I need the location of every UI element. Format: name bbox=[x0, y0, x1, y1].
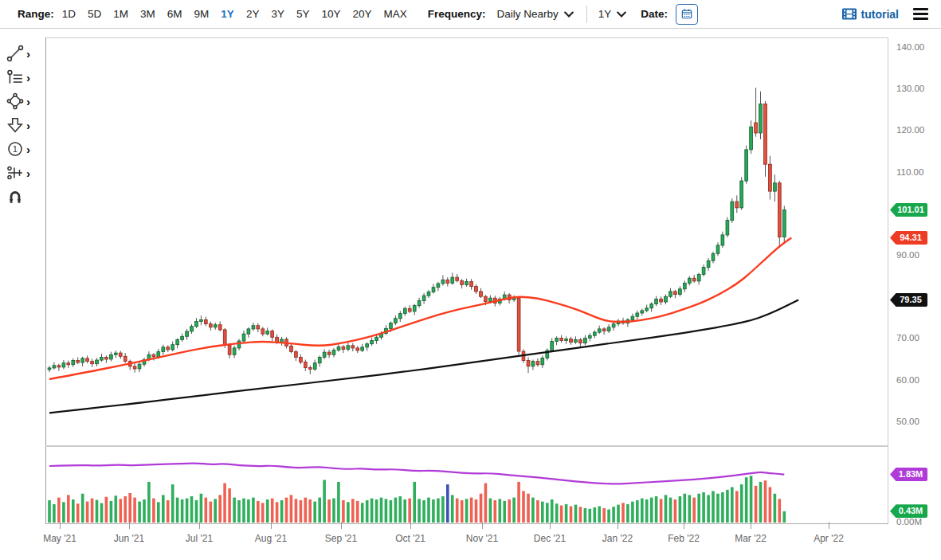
time-axis-tick bbox=[684, 522, 684, 529]
measure-tool[interactable]: › bbox=[6, 161, 43, 185]
open-interest-line bbox=[49, 464, 784, 484]
time-axis-label: Oct '21 bbox=[395, 533, 425, 544]
time-axis-tick bbox=[271, 522, 272, 529]
range-option-1y[interactable]: 1Y bbox=[221, 8, 234, 20]
top-toolbar: Range: 1D5D1M3M6M9M1Y2Y3Y5Y10Y20YMAX Fre… bbox=[0, 0, 941, 29]
volume-bars-layer bbox=[48, 476, 786, 523]
arrow-down-icon bbox=[6, 116, 24, 134]
time-axis-tick bbox=[60, 522, 61, 529]
frequency-dropdown[interactable]: Daily Nearby bbox=[494, 6, 577, 22]
trend-line-icon bbox=[6, 45, 24, 62]
submenu-caret-icon[interactable]: › bbox=[26, 72, 30, 84]
period-value: 1Y bbox=[598, 8, 612, 20]
trend-line-tool[interactable]: › bbox=[6, 41, 43, 65]
film-icon bbox=[842, 8, 857, 20]
polygon-shape-icon bbox=[6, 92, 24, 110]
price-chart[interactable] bbox=[45, 37, 888, 524]
chevron-down-icon bbox=[564, 11, 574, 18]
measure-icon bbox=[6, 164, 24, 182]
range-option-1d[interactable]: 1D bbox=[62, 8, 76, 20]
volume-axis-label: 0.00M bbox=[896, 517, 922, 527]
time-axis-label: Nov '21 bbox=[466, 533, 498, 544]
menu-button[interactable] bbox=[912, 6, 930, 22]
range-option-2y[interactable]: 2Y bbox=[246, 8, 260, 20]
price-axis-label: 120.00 bbox=[896, 125, 924, 135]
time-axis-tick bbox=[618, 522, 618, 529]
range-option-1m[interactable]: 1M bbox=[113, 8, 128, 20]
time-axis-tick bbox=[341, 522, 342, 529]
tutorial-link[interactable]: tutorial bbox=[842, 8, 899, 21]
circled-number-icon: 1 bbox=[6, 140, 24, 158]
last-price-badge: 101.01 bbox=[890, 203, 927, 217]
time-axis-label: Sep '21 bbox=[325, 533, 357, 544]
candles-layer bbox=[48, 88, 786, 374]
submenu-caret-icon[interactable]: › bbox=[26, 48, 30, 60]
shapes-tool[interactable]: › bbox=[6, 89, 43, 113]
frequency-label: Frequency: bbox=[428, 8, 486, 20]
time-axis-label: Jul '21 bbox=[186, 533, 213, 544]
price-axis-label: 110.00 bbox=[896, 167, 923, 177]
submenu-caret-icon[interactable]: › bbox=[26, 96, 30, 108]
submenu-caret-icon[interactable]: › bbox=[26, 167, 30, 179]
range-option-max[interactable]: MAX bbox=[383, 8, 406, 20]
open-interest-badge: 1.83M bbox=[890, 468, 927, 481]
last-volume-badge: 0.43M bbox=[890, 504, 927, 518]
price-axis-label: 140.00 bbox=[896, 42, 924, 52]
submenu-caret-icon[interactable]: › bbox=[26, 119, 30, 131]
number-marker-tool[interactable]: 1› bbox=[6, 137, 43, 161]
range-label: Range: bbox=[18, 8, 54, 20]
arrow-marker-tool[interactable]: › bbox=[6, 113, 43, 137]
time-axis-label: Feb '22 bbox=[668, 533, 700, 544]
chart-application: Range: 1D5D1M3M6M9M1Y2Y3Y5Y10Y20YMAX Fre… bbox=[0, 0, 941, 560]
price-axis-label: 60.00 bbox=[896, 375, 919, 385]
range-option-20y[interactable]: 20Y bbox=[352, 8, 371, 20]
time-axis-tick bbox=[410, 522, 411, 529]
time-axis-label: May '21 bbox=[43, 533, 76, 544]
time-axis-tick bbox=[482, 522, 483, 529]
annotation-list-icon bbox=[6, 69, 24, 86]
tutorial-label: tutorial bbox=[861, 8, 899, 21]
date-label: Date: bbox=[641, 8, 668, 20]
chevron-down-icon bbox=[617, 11, 626, 18]
drawing-tools-sidebar: ››››1›› bbox=[6, 41, 43, 209]
frequency-value: Daily Nearby bbox=[497, 8, 559, 20]
svg-text:1: 1 bbox=[13, 145, 18, 154]
date-picker-button[interactable] bbox=[676, 4, 698, 25]
price-axis-label: 50.00 bbox=[896, 417, 919, 426]
time-axis-label: Jun '21 bbox=[114, 533, 144, 544]
range-option-3y[interactable]: 3Y bbox=[271, 8, 284, 20]
range-option-9m[interactable]: 9M bbox=[194, 8, 210, 20]
range-selector: 1D5D1M3M6M9M1Y2Y3Y5Y10Y20YMAX bbox=[62, 8, 407, 20]
ma-fast-line bbox=[49, 238, 791, 380]
time-axis-tick bbox=[550, 522, 551, 529]
range-option-3m[interactable]: 3M bbox=[140, 8, 155, 20]
menu-icon bbox=[913, 8, 928, 10]
ma-slow-badge: 79.35 bbox=[890, 293, 927, 307]
toolbar-divider bbox=[586, 6, 587, 23]
range-option-10y[interactable]: 10Y bbox=[321, 8, 340, 20]
magnet-icon bbox=[6, 188, 24, 206]
range-option-5d[interactable]: 5D bbox=[88, 8, 101, 20]
time-axis-tick bbox=[751, 522, 751, 529]
price-axis-label: 90.00 bbox=[896, 250, 919, 260]
time-axis-label: Apr '22 bbox=[814, 533, 844, 544]
magnet-tool[interactable] bbox=[6, 185, 43, 209]
time-axis-label: Aug '21 bbox=[255, 533, 287, 544]
calendar-icon bbox=[681, 7, 692, 21]
time-axis-tick bbox=[829, 522, 829, 529]
range-option-5y[interactable]: 5Y bbox=[296, 8, 310, 20]
time-axis-tick bbox=[129, 522, 130, 529]
period-dropdown[interactable]: 1Y bbox=[595, 6, 630, 22]
annotations-tool[interactable]: › bbox=[6, 65, 43, 89]
submenu-caret-icon[interactable]: › bbox=[26, 143, 30, 155]
time-axis-label: Jan '22 bbox=[602, 533, 633, 544]
time-axis-label: Mar '22 bbox=[735, 533, 767, 544]
ma-fast-badge: 94.31 bbox=[890, 231, 927, 245]
time-axis-tick bbox=[199, 522, 200, 529]
range-option-6m[interactable]: 6M bbox=[167, 8, 182, 20]
price-axis-label: 130.00 bbox=[896, 84, 924, 93]
price-axis-label: 70.00 bbox=[896, 333, 919, 343]
time-axis-label: Dec '21 bbox=[534, 533, 566, 544]
